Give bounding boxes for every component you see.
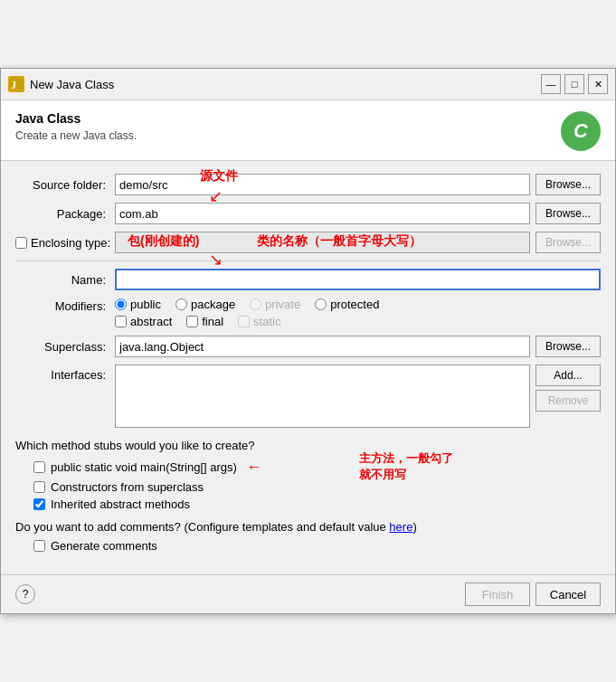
footer: ? Finish Cancel	[1, 574, 615, 613]
content-area: 源文件 ↙ Source folder: Browse... Package: …	[1, 161, 615, 574]
header-text: Java Class Create a new Java class.	[15, 111, 137, 142]
superclass-input[interactable]	[115, 336, 530, 357]
stub-main-checkbox[interactable]	[33, 461, 45, 473]
modifier-static-text: static	[253, 315, 280, 328]
footer-left: ?	[15, 584, 460, 604]
modifiers-label: Modifiers:	[15, 298, 115, 313]
comments-title-prefix: Do you want to add comments? (Configure …	[15, 520, 389, 534]
stub-constructor-checkbox[interactable]	[33, 481, 45, 493]
name-input[interactable]	[115, 269, 601, 290]
close-button[interactable]: ✕	[588, 74, 608, 94]
enclosing-type-input[interactable]	[115, 232, 530, 253]
cancel-button[interactable]: Cancel	[535, 583, 601, 606]
modifier-final-text: final	[202, 315, 223, 328]
stubs-items: public static void main(String[] args) ←…	[15, 458, 601, 511]
modifier-static-checkbox[interactable]	[238, 316, 250, 327]
name-label: Name:	[15, 273, 115, 287]
modifier-package-radio[interactable]	[175, 298, 187, 310]
source-folder-input[interactable]	[115, 174, 530, 195]
app-icon: J	[8, 76, 24, 92]
annotation-arrow-main: ←	[246, 458, 262, 477]
package-row: Package: Browse...	[15, 203, 601, 224]
window-title: New Java Class	[30, 78, 114, 91]
modifier-private-radio[interactable]	[250, 298, 261, 310]
comments-section: Do you want to add comments? (Configure …	[15, 520, 601, 553]
package-browse-button[interactable]: Browse...	[535, 203, 601, 224]
modifiers-line1: public package private protected	[115, 298, 601, 311]
header-subtitle: Create a new Java class.	[15, 129, 137, 142]
superclass-label: Superclass:	[15, 340, 115, 354]
package-input[interactable]	[115, 203, 530, 224]
stubs-section: Which method stubs would you like to cre…	[15, 439, 601, 511]
titlebar-left: J New Java Class	[8, 76, 114, 92]
enclosing-type-browse-button[interactable]: Browse...	[535, 232, 601, 253]
dialog-window: J New Java Class — □ ✕ Java Class Create…	[0, 68, 616, 614]
help-button[interactable]: ?	[15, 584, 35, 604]
stub-constructor-text: Constructors from superclass	[51, 480, 204, 494]
interfaces-row: Interfaces: Add... Remove	[15, 365, 601, 428]
modifier-final-label[interactable]: final	[186, 315, 223, 328]
comments-title-suffix: )	[412, 520, 416, 534]
minimize-button[interactable]: —	[541, 74, 561, 94]
maximize-button[interactable]: □	[564, 74, 584, 94]
package-label: Package:	[15, 207, 115, 221]
svg-text:J: J	[11, 79, 16, 91]
separator-1	[15, 260, 601, 261]
finish-button[interactable]: Finish	[465, 583, 530, 606]
modifier-package-text: package	[191, 298, 235, 311]
generate-comments-item: Generate comments	[33, 539, 601, 553]
enclosing-type-label: Enclosing type:	[31, 236, 110, 250]
stub-inherited-checkbox[interactable]	[33, 498, 45, 510]
header-title: Java Class	[15, 111, 137, 126]
source-folder-browse-button[interactable]: Browse...	[535, 174, 601, 195]
modifiers-line2: abstract final static	[115, 315, 601, 328]
header-logo: C	[561, 111, 601, 151]
modifier-abstract-label[interactable]: abstract	[115, 315, 172, 328]
titlebar-controls: — □ ✕	[541, 74, 608, 94]
interfaces-add-button[interactable]: Add...	[535, 365, 601, 386]
modifier-private-text: private	[265, 298, 300, 311]
modifier-protected-radio[interactable]	[315, 298, 327, 310]
modifier-abstract-text: abstract	[130, 315, 172, 328]
stub-inherited-text: Inherited abstract methods	[51, 497, 190, 511]
modifiers-content: public package private protected	[115, 298, 601, 328]
enclosing-type-row: Enclosing type: Browse...	[15, 232, 601, 253]
generate-comments-text: Generate comments	[51, 539, 157, 553]
modifiers-row: Modifiers: public package private	[15, 298, 601, 328]
enclosing-type-checkbox-label: Enclosing type:	[15, 236, 115, 250]
modifier-public-label[interactable]: public	[115, 298, 161, 311]
modifier-protected-label[interactable]: protected	[315, 298, 379, 311]
stub-inherited-item: Inherited abstract methods	[33, 497, 601, 511]
generate-comments-checkbox[interactable]	[33, 540, 45, 552]
modifier-static-label[interactable]: static	[238, 315, 280, 328]
superclass-browse-button[interactable]: Browse...	[535, 336, 601, 357]
comments-here-link[interactable]: here	[389, 520, 412, 534]
stubs-title: Which method stubs would you like to cre…	[15, 439, 601, 452]
modifier-private-label[interactable]: private	[250, 298, 300, 311]
modifier-abstract-checkbox[interactable]	[115, 316, 127, 327]
stub-main-text: public static void main(String[] args)	[51, 460, 237, 474]
modifier-final-checkbox[interactable]	[186, 316, 198, 327]
interfaces-remove-button[interactable]: Remove	[535, 390, 601, 412]
titlebar: J New Java Class — □ ✕	[1, 69, 615, 100]
comments-title: Do you want to add comments? (Configure …	[15, 520, 601, 534]
interfaces-label: Interfaces:	[15, 365, 115, 382]
superclass-row: Superclass: Browse...	[15, 336, 601, 357]
stub-main-item: public static void main(String[] args) ←…	[33, 458, 601, 477]
interfaces-listbox[interactable]	[115, 365, 530, 428]
modifier-protected-text: protected	[330, 298, 379, 311]
header-section: Java Class Create a new Java class. C	[1, 100, 615, 161]
source-folder-row: Source folder: Browse...	[15, 174, 601, 195]
enclosing-type-checkbox[interactable]	[15, 237, 27, 249]
interfaces-buttons: Add... Remove	[535, 365, 601, 412]
modifier-public-radio[interactable]	[115, 298, 127, 310]
name-row: Name:	[15, 269, 601, 290]
stub-constructor-item: Constructors from superclass	[33, 480, 601, 494]
source-folder-label: Source folder:	[15, 178, 115, 192]
modifier-public-text: public	[130, 298, 161, 311]
annotation-main-method: 主方法，一般勾了就不用写	[359, 450, 504, 483]
modifier-package-label[interactable]: package	[175, 298, 235, 311]
